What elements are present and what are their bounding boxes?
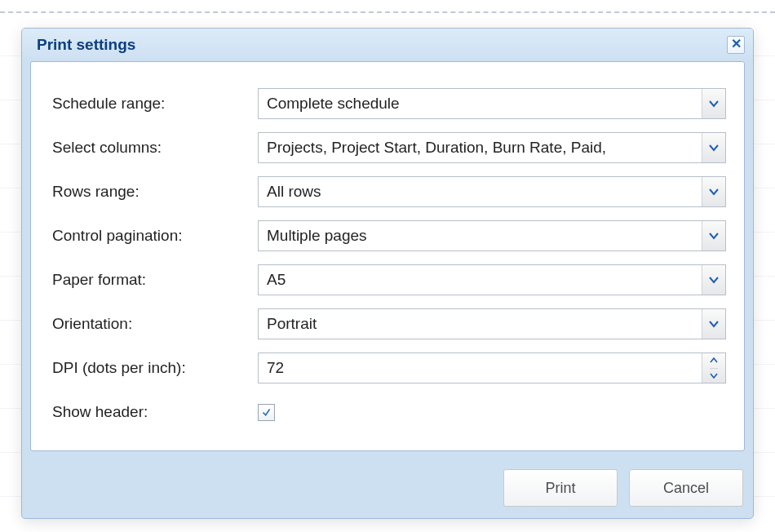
chevron-down-icon[interactable] xyxy=(702,133,725,162)
label-show-header: Show header: xyxy=(52,403,258,421)
row-select-columns: Select columns: Projects, Project Start,… xyxy=(52,126,726,170)
schedule-range-value: Complete schedule xyxy=(259,89,702,118)
orientation-select[interactable]: Portrait xyxy=(258,308,726,339)
chevron-down-icon[interactable] xyxy=(702,309,725,339)
dpi-spin-buttons xyxy=(702,353,725,383)
check-icon xyxy=(261,407,272,418)
row-paper-format: Paper format: A5 xyxy=(52,258,726,302)
chevron-down-icon[interactable] xyxy=(702,177,725,206)
chevron-down-icon[interactable] xyxy=(710,369,718,383)
pagination-value: Multiple pages xyxy=(259,221,702,250)
label-dpi: DPI (dots per inch): xyxy=(52,359,258,377)
print-button[interactable]: Print xyxy=(503,469,618,507)
label-orientation: Orientation: xyxy=(52,315,258,333)
dpi-value: 72 xyxy=(259,353,702,383)
show-header-checkbox[interactable] xyxy=(258,404,275,421)
dialog-title: Print settings xyxy=(37,36,135,54)
pagination-select[interactable]: Multiple pages xyxy=(258,220,726,251)
label-control-pagination: Control pagination: xyxy=(52,227,258,245)
chevron-up-icon[interactable] xyxy=(710,353,718,369)
schedule-range-select[interactable]: Complete schedule xyxy=(258,88,726,119)
paper-format-select[interactable]: A5 xyxy=(258,264,726,295)
columns-value: Projects, Project Start, Duration, Burn … xyxy=(259,133,702,162)
rows-range-select[interactable]: All rows xyxy=(258,176,726,207)
label-select-columns: Select columns: xyxy=(52,139,258,157)
dialog-titlebar[interactable]: Print settings ✕ xyxy=(22,29,753,61)
dpi-stepper[interactable]: 72 xyxy=(258,352,726,383)
label-schedule-range: Schedule range: xyxy=(52,95,258,113)
dialog-footer: Print Cancel xyxy=(22,459,753,518)
row-control-pagination: Control pagination: Multiple pages xyxy=(52,214,726,258)
close-icon[interactable]: ✕ xyxy=(727,36,745,54)
columns-select[interactable]: Projects, Project Start, Duration, Burn … xyxy=(258,132,726,163)
row-schedule-range: Schedule range: Complete schedule xyxy=(52,82,726,126)
row-dpi: DPI (dots per inch): 72 xyxy=(52,346,726,390)
label-rows-range: Rows range: xyxy=(52,183,258,201)
row-show-header: Show header: xyxy=(52,390,726,434)
row-orientation: Orientation: Portrait xyxy=(52,302,726,346)
cancel-button[interactable]: Cancel xyxy=(629,469,743,507)
print-settings-dialog: Print settings ✕ Schedule range: Complet… xyxy=(21,28,754,519)
paper-format-value: A5 xyxy=(259,265,702,295)
row-rows-range: Rows range: All rows xyxy=(52,170,726,214)
chevron-down-icon[interactable] xyxy=(702,265,725,295)
chevron-down-icon[interactable] xyxy=(702,89,725,118)
chevron-down-icon[interactable] xyxy=(702,221,725,250)
dialog-body: Schedule range: Complete schedule Select… xyxy=(30,61,745,451)
orientation-value: Portrait xyxy=(259,309,702,339)
label-paper-format: Paper format: xyxy=(52,271,258,289)
rows-range-value: All rows xyxy=(259,177,702,206)
